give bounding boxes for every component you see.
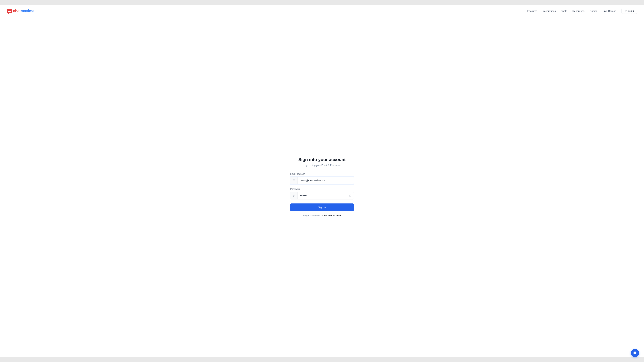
logo-line-2 <box>8 11 10 11</box>
email-input[interactable] <box>298 177 354 184</box>
forgot-password-label: Forgot Password ? <box>303 214 321 217</box>
nav-resources[interactable]: Resources <box>572 9 584 12</box>
email-form-group: Email address <box>290 173 354 184</box>
top-bar <box>0 0 644 5</box>
nav-features[interactable]: Features <box>527 9 537 12</box>
sign-in-button[interactable]: Sign in <box>290 203 354 211</box>
nav-links: Features Integrations Tools Resources Pr… <box>527 8 637 14</box>
logo-text: chatmaxima <box>13 9 34 13</box>
login-icon: ↩ <box>625 9 627 12</box>
email-label: Email address <box>290 173 354 175</box>
password-input[interactable] <box>298 192 346 199</box>
svg-point-0 <box>294 179 294 180</box>
logo-icon <box>7 9 12 13</box>
nav-tools[interactable]: Tools <box>561 9 567 12</box>
bottom-bar <box>0 357 644 362</box>
logo-maxima: maxima <box>21 9 34 13</box>
login-label: Login <box>628 9 634 12</box>
toggle-password-icon[interactable] <box>346 194 354 197</box>
key-icon <box>290 192 298 199</box>
reset-password-link[interactable]: Click here to reset <box>322 214 341 217</box>
navbar: chatmaxima Features Integrations Tools R… <box>0 5 644 17</box>
main-content: Sign into your account Login using your … <box>0 17 644 357</box>
password-form-group: Password <box>290 188 354 199</box>
page-subtitle: Login using your Email & Password <box>304 164 340 167</box>
nav-pricing[interactable]: Pricing <box>590 9 598 12</box>
user-icon <box>290 177 298 184</box>
password-label: Password <box>290 188 354 190</box>
chat-support-bubble[interactable] <box>631 349 639 357</box>
email-input-wrapper <box>290 177 354 184</box>
forgot-password-text: Forgot Password ? Click here to reset <box>303 214 341 217</box>
logo[interactable]: chatmaxima <box>7 9 34 13</box>
form-container: Sign into your account Login using your … <box>290 157 354 217</box>
logo-chat: chat <box>13 9 21 13</box>
logo-line-3 <box>8 11 11 12</box>
nav-live-demos[interactable]: Live Demos <box>603 9 616 12</box>
page-title: Sign into your account <box>298 157 346 162</box>
logo-line-1 <box>8 10 11 10</box>
password-input-wrapper <box>290 192 354 199</box>
login-button[interactable]: ↩ Login <box>622 8 637 14</box>
nav-integrations[interactable]: Integrations <box>543 9 556 12</box>
